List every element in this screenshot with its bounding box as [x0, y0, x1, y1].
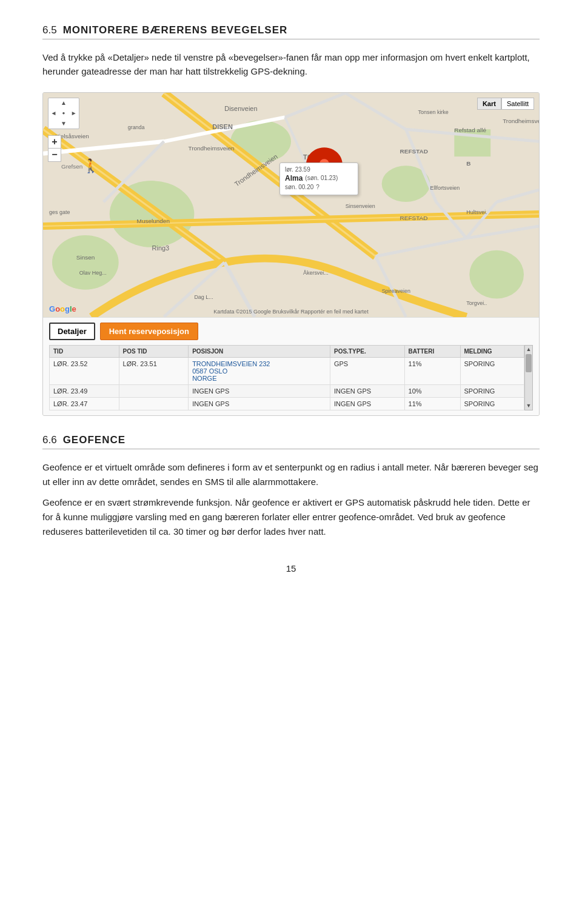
svg-text:granda: granda	[128, 124, 145, 130]
zoom-out-button[interactable]: −	[48, 149, 61, 162]
svg-text:Olav Heg...: Olav Heg...	[79, 269, 107, 275]
svg-text:REFSTAD: REFSTAD	[400, 214, 428, 221]
map-nav-control[interactable]: ▲ ◄ ● ► ▼	[48, 98, 79, 129]
page-number: 15	[42, 563, 540, 574]
popup-row3: søn. 00.20 ?	[285, 184, 353, 190]
nav-btn-sw	[48, 118, 59, 129]
col-melding: MELDING	[460, 345, 524, 357]
section-number-65: 6.5	[42, 24, 57, 36]
svg-text:Sinsen: Sinsen	[76, 253, 95, 260]
svg-text:Torgvei..: Torgvei..	[466, 300, 487, 306]
svg-text:ges gate: ges gate	[49, 209, 70, 215]
section-title-65: Monitorere bærerens bevegelser	[63, 24, 288, 36]
cell-posisjon-3: INGEN GPS	[189, 397, 330, 410]
map-type-buttons: Kart Satellitt	[477, 98, 534, 110]
popup-subname: (søn. 01.23)	[305, 175, 338, 181]
cell-batteri-2: 10%	[404, 384, 460, 397]
cell-pos-type-2: INGEN GPS	[330, 384, 404, 397]
popup-name-row: Alma (søn. 01.23)	[285, 174, 353, 182]
section-66: 6.6 Geofence Geofence er et virtuelt omr…	[42, 434, 540, 539]
cell-pos-tid-1: LØR. 23.51	[119, 357, 189, 384]
section-65-intro: Ved å trykke på «Detaljer» nede til vens…	[42, 50, 540, 79]
pegman-icon[interactable]: 🚶	[82, 158, 99, 174]
cell-pos-tid-2	[119, 384, 189, 397]
svg-text:Disenveien: Disenveien	[224, 105, 257, 112]
nav-btn-e[interactable]: ►	[69, 108, 79, 118]
map-action-buttons: Detaljer Hent reserveposisjon	[49, 323, 533, 340]
svg-text:Sinsenveien: Sinsenveien	[346, 203, 375, 209]
table-header: TID POS TID POSISJON POS.TYPE. BATTERI M…	[50, 345, 524, 357]
positions-table-wrapper: TID POS TID POSISJON POS.TYPE. BATTERI M…	[49, 345, 524, 410]
nav-btn-se	[69, 118, 79, 129]
col-posisjon: POSISJON	[189, 345, 330, 357]
zoom-in-button[interactable]: +	[48, 135, 61, 149]
table-container: TID POS TID POSISJON POS.TYPE. BATTERI M…	[49, 345, 533, 410]
map-svg: Disenveien Kjelsåsveien Trondheimsveien …	[43, 93, 539, 317]
table-row: LØR. 23.49 INGEN GPS INGEN GPS 10% SPORI…	[50, 384, 524, 397]
google-logo: Google	[49, 304, 76, 313]
section-title-66: Geofence	[63, 434, 125, 446]
scrollbar-down-arrow[interactable]: ▼	[526, 403, 532, 409]
svg-text:Åkersvei...: Åkersvei...	[303, 269, 329, 275]
table-body: LØR. 23.52 LØR. 23.51 TRONDHEIMS­VEIEN 2…	[50, 357, 524, 410]
nav-btn-center[interactable]: ●	[59, 108, 69, 118]
nav-btn-s[interactable]: ▼	[59, 118, 69, 129]
nav-btn-nw	[48, 98, 59, 109]
cell-tid-2: LØR. 23.49	[50, 384, 119, 397]
svg-text:Refstad allé: Refstad allé	[454, 127, 486, 133]
map-popup: lør. 23.59 Alma (søn. 01.23) søn. 00.20 …	[279, 162, 358, 195]
scrollbar-thumb[interactable]	[526, 354, 532, 372]
table-row: LØR. 23.52 LØR. 23.51 TRONDHEIMS­VEIEN 2…	[50, 357, 524, 384]
cell-posisjon-2: INGEN GPS	[189, 384, 330, 397]
map-type-satellitt-button[interactable]: Satellitt	[501, 98, 534, 110]
map-bottom-panel: Detaljer Hent reserveposisjon TID POS TI…	[43, 317, 539, 415]
popup-row1: lør. 23.59	[285, 166, 353, 173]
table-scrollbar[interactable]: ▲ ▼	[524, 345, 533, 410]
popup-name: Alma	[285, 174, 303, 182]
svg-text:Spireaveien: Spireaveien	[382, 287, 410, 293]
geofence-paragraph1: Geofence er et virtuelt område som defin…	[42, 460, 540, 489]
geofence-paragraph2: Geofence er en svært strømkrevende funks…	[42, 495, 540, 539]
popup-question: ?	[316, 184, 319, 190]
svg-text:Muselunden: Muselunden	[137, 217, 170, 224]
cell-tid-3: LØR. 23.47	[50, 397, 119, 410]
svg-point-6	[469, 250, 524, 298]
positions-table: TID POS TID POSISJON POS.TYPE. BATTERI M…	[49, 345, 524, 410]
cell-pos-tid-3	[119, 397, 189, 410]
nav-btn-ne	[69, 98, 79, 109]
svg-text:B: B	[466, 160, 470, 167]
svg-text:Trondheimsveien: Trondheimsveien	[188, 145, 234, 152]
posisjon-link-1[interactable]: TRONDHEIMS­VEIEN 2320587 OSLONORGE	[192, 360, 270, 382]
map-screenshot: Disenveien Kjelsåsveien Trondheimsveien …	[42, 92, 540, 416]
cell-melding-2: SPORING	[460, 384, 524, 397]
svg-text:Grefsen: Grefsen	[61, 163, 82, 170]
map-area: Disenveien Kjelsåsveien Trondheimsveien …	[43, 93, 539, 317]
svg-text:Ring3: Ring3	[152, 244, 170, 251]
map-copyright: Kartdata ©2015 Google Bruksvilkår Rappor…	[213, 309, 368, 315]
cell-batteri-1: 11%	[404, 357, 460, 384]
nav-btn-n[interactable]: ▲	[59, 98, 69, 109]
table-row: LØR. 23.47 INGEN GPS INGEN GPS 11% SPORI…	[50, 397, 524, 410]
svg-text:Tonsen kirke: Tonsen kirke	[418, 109, 448, 115]
section-number-66: 6.6	[42, 434, 57, 446]
svg-text:Dag L...: Dag L...	[194, 293, 213, 300]
hent-reserveposisjon-button[interactable]: Hent reserveposisjon	[100, 323, 198, 340]
cell-melding-1: SPORING	[460, 357, 524, 384]
cell-pos-type-1: GPS	[330, 357, 404, 384]
map-type-kart-button[interactable]: Kart	[477, 98, 501, 110]
section-65-heading: 6.5 Monitorere bærerens bevegelser	[42, 24, 540, 39]
svg-text:Trondheimsvei..: Trondheimsvei..	[503, 118, 539, 124]
scrollbar-up-arrow[interactable]: ▲	[526, 346, 532, 353]
col-batteri: BATTERI	[404, 345, 460, 357]
detaljer-button[interactable]: Detaljer	[49, 323, 95, 340]
cell-posisjon-1: TRONDHEIMS­VEIEN 2320587 OSLONORGE	[189, 357, 330, 384]
popup-time3: søn. 00.20	[285, 184, 313, 190]
svg-text:Ellfortsveien: Ellfortsveien	[430, 185, 460, 191]
cell-batteri-3: 11%	[404, 397, 460, 410]
zoom-controls: + −	[48, 135, 61, 162]
cell-pos-type-3: INGEN GPS	[330, 397, 404, 410]
cell-melding-3: SPORING	[460, 397, 524, 410]
svg-point-5	[52, 235, 119, 289]
section-66-heading: 6.6 Geofence	[42, 434, 540, 449]
nav-btn-w[interactable]: ◄	[48, 108, 59, 118]
